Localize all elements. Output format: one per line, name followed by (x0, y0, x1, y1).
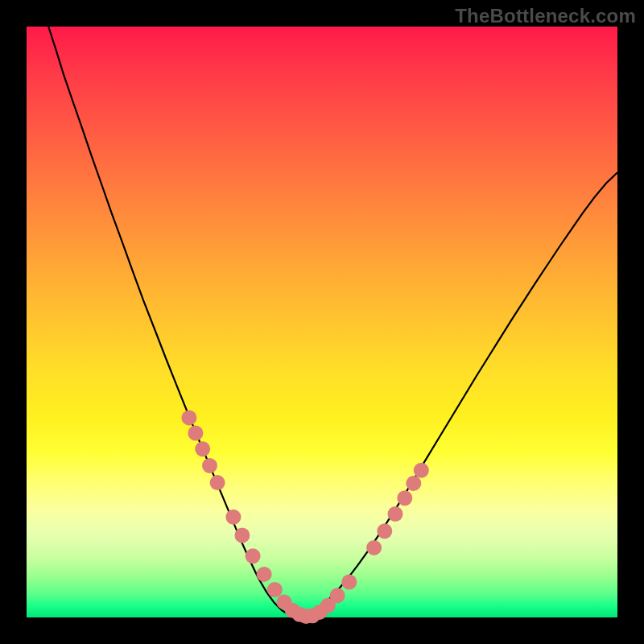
highlight-dot (188, 426, 203, 441)
chart-overlay (0, 0, 644, 644)
chart-container: TheBottleneck.com (0, 0, 644, 644)
highlight-dot (234, 528, 250, 543)
highlight-dot (225, 510, 241, 525)
highlight-dot (210, 475, 225, 490)
bottleneck-curve (48, 27, 617, 617)
highlight-dot (195, 441, 210, 456)
highlight-dot (202, 458, 217, 473)
highlight-dot (257, 567, 272, 582)
highlight-dot (388, 506, 403, 522)
highlight-dot (246, 548, 261, 564)
highlight-dot (414, 463, 429, 478)
highlight-dot (267, 582, 283, 597)
highlight-dot (406, 476, 421, 491)
highlight-dot (181, 410, 196, 425)
highlight-dot (330, 588, 345, 603)
highlight-dot (341, 575, 357, 590)
highlight-dot (397, 490, 412, 506)
highlight-dot (377, 523, 392, 539)
highlight-dot (366, 540, 382, 555)
